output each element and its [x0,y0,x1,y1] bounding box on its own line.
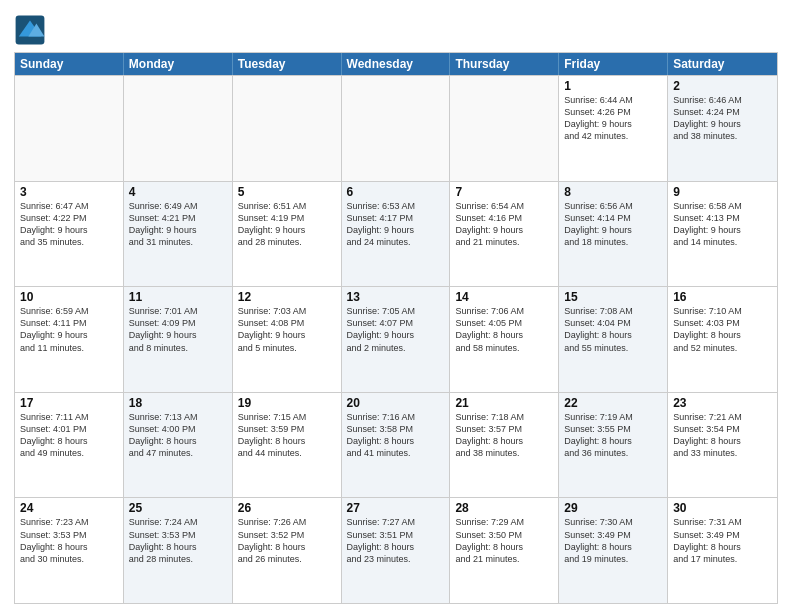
header-day-saturday: Saturday [668,53,777,75]
header-day-sunday: Sunday [15,53,124,75]
day-number: 20 [347,396,445,410]
calendar-cell-21: 21Sunrise: 7:18 AM Sunset: 3:57 PM Dayli… [450,393,559,498]
calendar-cell-empty-0-0 [15,76,124,181]
day-number: 4 [129,185,227,199]
cell-info: Sunrise: 7:21 AM Sunset: 3:54 PM Dayligh… [673,411,772,460]
day-number: 2 [673,79,772,93]
cell-info: Sunrise: 7:23 AM Sunset: 3:53 PM Dayligh… [20,516,118,565]
calendar-row-1: 3Sunrise: 6:47 AM Sunset: 4:22 PM Daylig… [15,181,777,287]
calendar-row-3: 17Sunrise: 7:11 AM Sunset: 4:01 PM Dayli… [15,392,777,498]
day-number: 25 [129,501,227,515]
cell-info: Sunrise: 6:54 AM Sunset: 4:16 PM Dayligh… [455,200,553,249]
day-number: 17 [20,396,118,410]
calendar-cell-28: 28Sunrise: 7:29 AM Sunset: 3:50 PM Dayli… [450,498,559,603]
cell-info: Sunrise: 7:31 AM Sunset: 3:49 PM Dayligh… [673,516,772,565]
cell-info: Sunrise: 7:29 AM Sunset: 3:50 PM Dayligh… [455,516,553,565]
calendar-cell-empty-0-4 [450,76,559,181]
day-number: 8 [564,185,662,199]
logo-icon [14,14,46,46]
cell-info: Sunrise: 6:44 AM Sunset: 4:26 PM Dayligh… [564,94,662,143]
calendar-cell-16: 16Sunrise: 7:10 AM Sunset: 4:03 PM Dayli… [668,287,777,392]
calendar-cell-25: 25Sunrise: 7:24 AM Sunset: 3:53 PM Dayli… [124,498,233,603]
cell-info: Sunrise: 7:01 AM Sunset: 4:09 PM Dayligh… [129,305,227,354]
cell-info: Sunrise: 6:56 AM Sunset: 4:14 PM Dayligh… [564,200,662,249]
calendar-cell-11: 11Sunrise: 7:01 AM Sunset: 4:09 PM Dayli… [124,287,233,392]
cell-info: Sunrise: 7:03 AM Sunset: 4:08 PM Dayligh… [238,305,336,354]
day-number: 16 [673,290,772,304]
day-number: 23 [673,396,772,410]
cell-info: Sunrise: 7:16 AM Sunset: 3:58 PM Dayligh… [347,411,445,460]
page: SundayMondayTuesdayWednesdayThursdayFrid… [0,0,792,612]
logo [14,14,50,46]
calendar-cell-5: 5Sunrise: 6:51 AM Sunset: 4:19 PM Daylig… [233,182,342,287]
day-number: 24 [20,501,118,515]
calendar-cell-22: 22Sunrise: 7:19 AM Sunset: 3:55 PM Dayli… [559,393,668,498]
cell-info: Sunrise: 7:24 AM Sunset: 3:53 PM Dayligh… [129,516,227,565]
day-number: 14 [455,290,553,304]
day-number: 29 [564,501,662,515]
cell-info: Sunrise: 7:30 AM Sunset: 3:49 PM Dayligh… [564,516,662,565]
day-number: 18 [129,396,227,410]
calendar-cell-14: 14Sunrise: 7:06 AM Sunset: 4:05 PM Dayli… [450,287,559,392]
header-day-friday: Friday [559,53,668,75]
calendar-cell-26: 26Sunrise: 7:26 AM Sunset: 3:52 PM Dayli… [233,498,342,603]
header-day-wednesday: Wednesday [342,53,451,75]
day-number: 26 [238,501,336,515]
day-number: 10 [20,290,118,304]
calendar-cell-9: 9Sunrise: 6:58 AM Sunset: 4:13 PM Daylig… [668,182,777,287]
day-number: 3 [20,185,118,199]
cell-info: Sunrise: 7:08 AM Sunset: 4:04 PM Dayligh… [564,305,662,354]
cell-info: Sunrise: 7:26 AM Sunset: 3:52 PM Dayligh… [238,516,336,565]
day-number: 5 [238,185,336,199]
day-number: 9 [673,185,772,199]
cell-info: Sunrise: 7:18 AM Sunset: 3:57 PM Dayligh… [455,411,553,460]
calendar-body: 1Sunrise: 6:44 AM Sunset: 4:26 PM Daylig… [15,75,777,603]
header [14,10,778,46]
calendar-cell-19: 19Sunrise: 7:15 AM Sunset: 3:59 PM Dayli… [233,393,342,498]
calendar-cell-empty-0-1 [124,76,233,181]
cell-info: Sunrise: 6:59 AM Sunset: 4:11 PM Dayligh… [20,305,118,354]
calendar-row-0: 1Sunrise: 6:44 AM Sunset: 4:26 PM Daylig… [15,75,777,181]
day-number: 15 [564,290,662,304]
header-day-tuesday: Tuesday [233,53,342,75]
cell-info: Sunrise: 7:19 AM Sunset: 3:55 PM Dayligh… [564,411,662,460]
day-number: 6 [347,185,445,199]
header-day-monday: Monday [124,53,233,75]
calendar-cell-18: 18Sunrise: 7:13 AM Sunset: 4:00 PM Dayli… [124,393,233,498]
calendar-cell-30: 30Sunrise: 7:31 AM Sunset: 3:49 PM Dayli… [668,498,777,603]
calendar-cell-2: 2Sunrise: 6:46 AM Sunset: 4:24 PM Daylig… [668,76,777,181]
day-number: 21 [455,396,553,410]
calendar: SundayMondayTuesdayWednesdayThursdayFrid… [14,52,778,604]
calendar-cell-12: 12Sunrise: 7:03 AM Sunset: 4:08 PM Dayli… [233,287,342,392]
cell-info: Sunrise: 7:06 AM Sunset: 4:05 PM Dayligh… [455,305,553,354]
calendar-cell-24: 24Sunrise: 7:23 AM Sunset: 3:53 PM Dayli… [15,498,124,603]
cell-info: Sunrise: 6:58 AM Sunset: 4:13 PM Dayligh… [673,200,772,249]
day-number: 19 [238,396,336,410]
cell-info: Sunrise: 7:13 AM Sunset: 4:00 PM Dayligh… [129,411,227,460]
calendar-cell-8: 8Sunrise: 6:56 AM Sunset: 4:14 PM Daylig… [559,182,668,287]
cell-info: Sunrise: 6:46 AM Sunset: 4:24 PM Dayligh… [673,94,772,143]
calendar-cell-7: 7Sunrise: 6:54 AM Sunset: 4:16 PM Daylig… [450,182,559,287]
calendar-cell-1: 1Sunrise: 6:44 AM Sunset: 4:26 PM Daylig… [559,76,668,181]
day-number: 30 [673,501,772,515]
day-number: 11 [129,290,227,304]
calendar-cell-23: 23Sunrise: 7:21 AM Sunset: 3:54 PM Dayli… [668,393,777,498]
header-day-thursday: Thursday [450,53,559,75]
calendar-cell-13: 13Sunrise: 7:05 AM Sunset: 4:07 PM Dayli… [342,287,451,392]
cell-info: Sunrise: 7:05 AM Sunset: 4:07 PM Dayligh… [347,305,445,354]
day-number: 28 [455,501,553,515]
calendar-cell-20: 20Sunrise: 7:16 AM Sunset: 3:58 PM Dayli… [342,393,451,498]
calendar-cell-empty-0-2 [233,76,342,181]
day-number: 12 [238,290,336,304]
day-number: 7 [455,185,553,199]
calendar-cell-17: 17Sunrise: 7:11 AM Sunset: 4:01 PM Dayli… [15,393,124,498]
cell-info: Sunrise: 7:11 AM Sunset: 4:01 PM Dayligh… [20,411,118,460]
cell-info: Sunrise: 7:15 AM Sunset: 3:59 PM Dayligh… [238,411,336,460]
calendar-cell-15: 15Sunrise: 7:08 AM Sunset: 4:04 PM Dayli… [559,287,668,392]
day-number: 22 [564,396,662,410]
cell-info: Sunrise: 6:49 AM Sunset: 4:21 PM Dayligh… [129,200,227,249]
calendar-row-4: 24Sunrise: 7:23 AM Sunset: 3:53 PM Dayli… [15,497,777,603]
cell-info: Sunrise: 7:27 AM Sunset: 3:51 PM Dayligh… [347,516,445,565]
cell-info: Sunrise: 6:51 AM Sunset: 4:19 PM Dayligh… [238,200,336,249]
calendar-cell-6: 6Sunrise: 6:53 AM Sunset: 4:17 PM Daylig… [342,182,451,287]
